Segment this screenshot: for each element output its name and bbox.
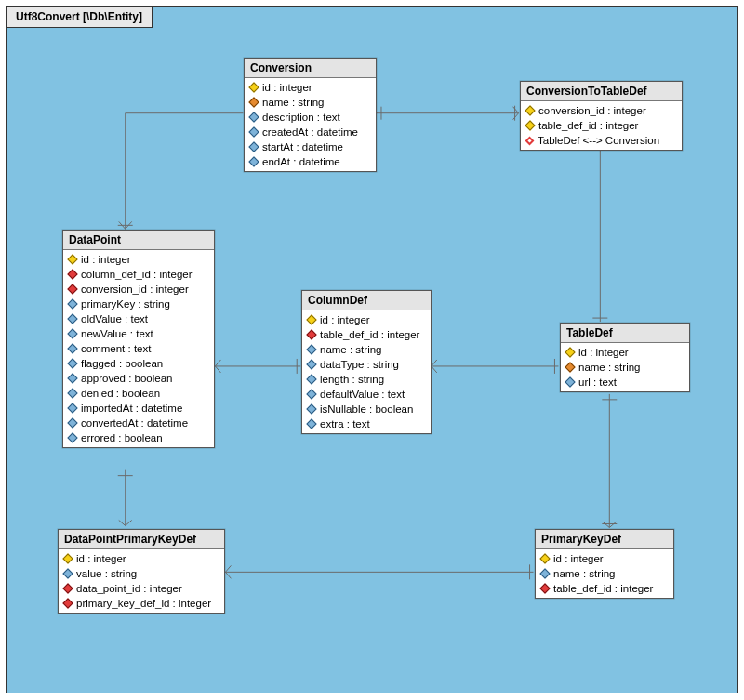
entity-body: id : integercolumn_def_id : integerconve…	[63, 250, 214, 447]
entity-primarykeydef[interactable]: PrimaryKeyDef id : integername : stringt…	[535, 529, 674, 599]
attribute-row: url : text	[561, 375, 689, 390]
attribute-text: convertedAt : datetime	[81, 417, 188, 429]
attribute-text: length : string	[320, 374, 384, 385]
attribute-row: newValue : text	[63, 326, 214, 341]
attribute-text: id : integer	[76, 553, 126, 564]
attribute-icon	[67, 432, 77, 442]
attribute-icon	[67, 328, 77, 338]
attribute-row: table_def_id : integer	[521, 118, 682, 133]
attribute-text: data_point_id : integer	[76, 583, 182, 594]
attribute-row: description : text	[245, 110, 376, 125]
attribute-text: newValue : text	[81, 328, 153, 339]
attribute-text: primary_key_def_id : integer	[76, 598, 211, 609]
entity-header: DataPointPrimaryKeyDef	[59, 530, 224, 549]
attribute-icon	[248, 126, 259, 137]
attribute-icon	[67, 417, 77, 428]
attribute-text: errored : boolean	[81, 432, 163, 443]
attribute-text: value : string	[76, 568, 137, 579]
entity-columndef[interactable]: ColumnDef id : integertable_def_id : int…	[301, 290, 432, 434]
attribute-text: id : integer	[320, 314, 370, 325]
attribute-text: isNullable : boolean	[320, 403, 413, 415]
attribute-text: table_def_id : integer	[320, 329, 419, 340]
attribute-row: primaryKey : string	[63, 297, 214, 311]
attribute-row: convertedAt : datetime	[63, 416, 214, 430]
entity-body: id : integername : stringtable_def_id : …	[536, 549, 673, 598]
entity-tabledef[interactable]: TableDef id : integername : stringurl : …	[560, 323, 690, 392]
attribute-text: table_def_id : integer	[553, 583, 653, 594]
primary-key-icon	[248, 82, 259, 92]
attribute-text: comment : text	[81, 343, 151, 354]
attribute-row: name : string	[302, 342, 431, 357]
attribute-text: TableDef <--> Conversion	[538, 135, 659, 146]
attribute-text: denied : boolean	[81, 388, 160, 399]
entity-datapoint-primarykeydef[interactable]: DataPointPrimaryKeyDef id : integervalue…	[58, 529, 225, 614]
attribute-row: name : string	[536, 566, 673, 581]
attribute-text: description : text	[262, 112, 340, 123]
attribute-text: url : text	[578, 376, 617, 388]
attribute-icon	[67, 403, 77, 413]
attribute-text: id : integer	[262, 82, 312, 93]
attribute-icon	[306, 374, 316, 384]
attribute-row: id : integer	[536, 551, 673, 566]
attribute-text: id : integer	[553, 553, 604, 564]
attribute-row: name : string	[561, 360, 689, 375]
attribute-row: dataType : string	[302, 357, 431, 372]
entity-body: id : integername : stringurl : text	[561, 343, 689, 391]
attribute-text: name : string	[553, 568, 615, 579]
entity-body: id : integervalue : stringdata_point_id …	[59, 549, 224, 613]
diagram-canvas: Utf8Convert [\Db\Entity]	[6, 6, 738, 693]
attribute-text: conversion_id : integer	[538, 105, 646, 116]
attribute-row: importedAt : datetime	[63, 401, 214, 416]
attribute-row: TableDef <--> Conversion	[521, 133, 682, 148]
attribute-text: flagged : boolean	[81, 358, 163, 369]
diagram-title: Utf8Convert [\Db\Entity]	[6, 6, 153, 28]
attribute-row: primary_key_def_id : integer	[59, 596, 224, 611]
primary-key-icon	[62, 553, 73, 563]
attribute-row: flagged : boolean	[63, 356, 214, 371]
attribute-row: name : string	[245, 95, 376, 110]
attribute-row: conversion_id : integer	[521, 103, 682, 118]
attribute-icon	[248, 112, 259, 122]
foreign-key-icon	[539, 583, 550, 593]
entity-body: conversion_id : integertable_def_id : in…	[521, 101, 682, 150]
attribute-text: createdAt : datetime	[262, 126, 358, 138]
attribute-text: endAt : datetime	[262, 156, 340, 167]
entity-header: Conversion	[245, 59, 376, 78]
attribute-row: length : string	[302, 372, 431, 387]
attribute-icon	[539, 568, 550, 578]
foreign-key-icon	[67, 284, 77, 294]
attribute-icon	[67, 358, 77, 368]
attribute-text: primaryKey : string	[81, 298, 170, 310]
attribute-row: extra : text	[302, 416, 431, 431]
attribute-row: isNullable : boolean	[302, 402, 431, 416]
attribute-text: oldValue : text	[81, 313, 148, 324]
attribute-row: approved : boolean	[63, 371, 214, 386]
attribute-text: table_def_id : integer	[538, 120, 638, 131]
primary-key-icon	[565, 347, 575, 357]
primary-key-icon	[67, 254, 77, 264]
attribute-row: createdAt : datetime	[245, 125, 376, 139]
attribute-icon	[306, 344, 316, 354]
attribute-row: denied : boolean	[63, 386, 214, 401]
attribute-row: startAt : datetime	[245, 139, 376, 154]
attribute-row: endAt : datetime	[245, 154, 376, 169]
entity-body: id : integertable_def_id : integername :…	[302, 310, 431, 433]
entity-conversion-to-tabledef[interactable]: ConversionToTableDef conversion_id : int…	[520, 81, 683, 151]
relation-icon	[525, 136, 535, 145]
attribute-icon	[565, 362, 575, 372]
attribute-icon	[67, 373, 77, 383]
attribute-icon	[306, 359, 316, 369]
attribute-icon	[306, 389, 316, 399]
attribute-row: table_def_id : integer	[536, 581, 673, 596]
entity-conversion[interactable]: Conversion id : integername : stringdesc…	[244, 58, 377, 172]
attribute-row: value : string	[59, 566, 224, 581]
attribute-row: conversion_id : integer	[63, 282, 214, 297]
attribute-text: name : string	[320, 344, 381, 355]
primary-key-icon	[306, 314, 316, 324]
entity-body: id : integername : stringdescription : t…	[245, 78, 376, 171]
attribute-text: name : string	[578, 362, 640, 373]
entity-datapoint[interactable]: DataPoint id : integercolumn_def_id : in…	[62, 230, 215, 448]
attribute-text: column_def_id : integer	[81, 269, 193, 280]
entity-header: TableDef	[561, 324, 689, 343]
attribute-text: approved : boolean	[81, 373, 172, 384]
